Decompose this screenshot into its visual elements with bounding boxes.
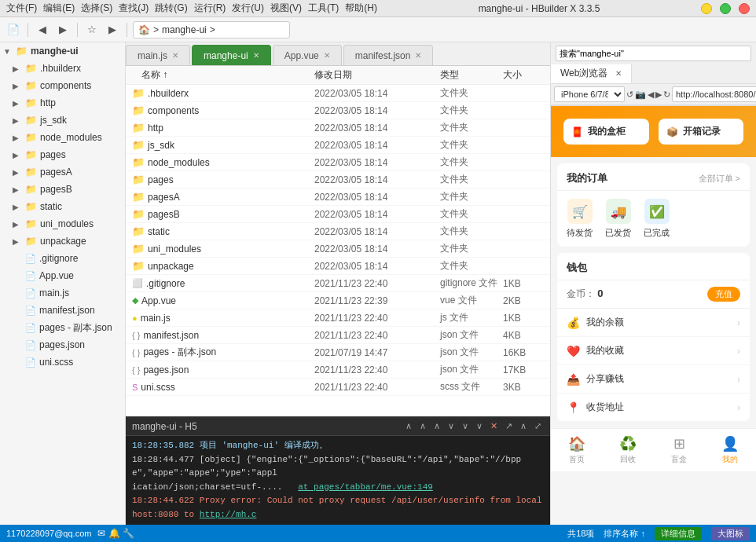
console-up2-btn[interactable]: ∧ — [417, 421, 428, 431]
window-controls[interactable] — [701, 3, 750, 14]
orders-link[interactable]: 全部订单 > — [699, 173, 740, 185]
sidebar-item-uniscss[interactable]: ▶ 📄 uni.scss — [0, 353, 125, 371]
console-up3-btn[interactable]: ∧ — [431, 421, 442, 431]
breadcrumb-project[interactable]: manghe-ui — [162, 24, 207, 35]
tab-close-icon[interactable]: ✕ — [324, 51, 330, 60]
console-down-btn[interactable]: ∨ — [446, 421, 457, 431]
file-row[interactable]: 📁pages 2022/03/05 18:14 文件夹 — [126, 171, 550, 189]
order-shipped[interactable]: 🚚 已发货 — [605, 199, 631, 239]
wallet-menu-address[interactable]: 📍 收货地址 › — [557, 394, 750, 422]
file-row[interactable]: { }pages - 副本.json 2021/07/19 14:47 json… — [126, 344, 550, 361]
col-header-date[interactable]: 修改日期 — [314, 68, 440, 82]
tab-close-icon[interactable]: ✕ — [253, 51, 259, 60]
console-up-btn[interactable]: ∧ — [403, 421, 414, 431]
sidebar-item-components[interactable]: ▶ 📁 components — [0, 77, 125, 94]
browser-search-input[interactable] — [556, 46, 751, 61]
sidebar-item-pagesjson[interactable]: ▶ 📄 pages.json — [0, 336, 125, 353]
order-waiting[interactable]: 🛒 待发货 — [567, 199, 593, 239]
sidebar-item-pagesb[interactable]: ▶ 📁 pagesB — [0, 181, 125, 198]
console-down3-btn[interactable]: ∨ — [474, 421, 485, 431]
console-export-btn[interactable]: ↗ — [503, 421, 515, 431]
file-row[interactable]: 📁http 2022/03/05 18:14 文件夹 — [126, 119, 550, 137]
menu-view[interactable]: 视图(V) — [270, 2, 302, 15]
sidebar-item-node-modules[interactable]: ▶ 📁 node_modules — [0, 129, 125, 146]
tab-appvue[interactable]: App.vue ✕ — [273, 45, 342, 65]
console-resize-btn[interactable]: ⤢ — [532, 421, 544, 431]
file-row[interactable]: 📁pagesB 2022/03/05 18:14 文件夹 — [126, 206, 550, 223]
menu-find[interactable]: 查找(J) — [119, 2, 149, 15]
tab-close-icon[interactable]: ✕ — [415, 51, 421, 60]
tab-mainjs[interactable]: main.js ✕ — [126, 45, 190, 65]
browser-back-icon[interactable]: ◀ — [648, 87, 654, 101]
sidebar-item-mainjs[interactable]: ▶ 📄 main.js — [0, 284, 125, 302]
browser-device-select[interactable]: iPhone 6/7/8 iPhone X iPad — [554, 86, 625, 102]
console-link[interactable]: at pages/tabbar/me.vue:149 — [298, 482, 433, 492]
menu-run[interactable]: 运行(R) — [194, 2, 226, 15]
browser-forward-icon[interactable]: ▶ — [655, 87, 662, 101]
minimize-button[interactable] — [701, 3, 712, 14]
maximize-button[interactable] — [720, 3, 731, 14]
back-button[interactable]: ◀ — [34, 21, 51, 38]
browser-reload-icon[interactable]: ↻ — [663, 87, 670, 101]
order-done[interactable]: ✅ 已完成 — [644, 199, 670, 239]
sidebar-item-appvue[interactable]: ▶ 📄 App.vue — [0, 267, 125, 284]
sidebar-item-pages-copy[interactable]: ▶ 📄 pages - 副本.json — [0, 319, 125, 336]
console-down2-btn[interactable]: ∨ — [460, 421, 471, 431]
new-file-button[interactable]: 📄 — [5, 21, 22, 38]
sidebar-item-http[interactable]: ▶ 📁 http — [0, 94, 125, 112]
tab-manifest[interactable]: manifest.json ✕ — [343, 45, 434, 65]
status-icon-view-button[interactable]: 大图标 — [711, 527, 750, 540]
menu-publish[interactable]: 发行(U) — [232, 2, 264, 15]
file-row[interactable]: ●main.js 2021/11/23 22:40 js 文件 1KB — [126, 309, 550, 327]
menu-select[interactable]: 选择(S) — [81, 2, 112, 15]
sidebar-item-static[interactable]: ▶ 📁 static — [0, 198, 125, 215]
app-header-card1[interactable]: 🧧 我的盒柜 — [563, 119, 649, 145]
sidebar-item-hbuilderx[interactable]: ▶ 📁 .hbuilderx — [0, 60, 125, 77]
file-row[interactable]: Suni.scss 2021/11/23 22:40 scss 文件 3KB — [126, 379, 550, 396]
proxy-error-link[interactable]: http://mh.com. — [132, 510, 256, 525]
menu-jump[interactable]: 跳转(G) — [155, 2, 187, 15]
forward-button[interactable]: ▶ — [54, 21, 72, 38]
sidebar-item-pagesa[interactable]: ▶ 📁 pagesA — [0, 163, 125, 181]
breadcrumb[interactable]: 🏠 > manghe-ui > — [133, 21, 290, 38]
file-row[interactable]: ◆App.vue 2021/11/23 22:39 vue 文件 2KB — [126, 292, 550, 309]
file-row[interactable]: 📁unpackage 2022/03/05 18:14 文件夹 — [126, 258, 550, 275]
file-row[interactable]: 📁js_sdk 2022/03/05 18:14 文件夹 — [126, 137, 550, 154]
file-row[interactable]: 📁components 2022/03/05 18:14 文件夹 — [126, 102, 550, 119]
file-row[interactable]: ⬜.gitignore 2021/11/23 22:40 gitignore 文… — [126, 275, 550, 292]
bookmark-button[interactable]: ☆ — [83, 21, 101, 38]
file-row[interactable]: 📁node_modules 2022/03/05 18:14 文件夹 — [126, 154, 550, 171]
app-header-card2[interactable]: 📦 开箱记录 — [659, 119, 744, 145]
menu-bar[interactable]: 文件(F) 编辑(E) 选择(S) 查找(J) 跳转(G) 运行(R) 发行(U… — [6, 2, 377, 15]
sidebar-item-unpackage[interactable]: ▶ 📁 unpackage — [0, 233, 125, 250]
menu-file[interactable]: 文件(F) — [6, 2, 37, 15]
file-row[interactable]: 📁uni_modules 2022/03/05 18:14 文件夹 — [126, 240, 550, 258]
browser-url-input[interactable] — [672, 86, 756, 102]
wallet-topup-button[interactable]: 充值 — [707, 287, 740, 302]
file-row[interactable]: { }manifest.json 2021/11/23 22:40 json 文… — [126, 327, 550, 344]
nav-blindbox[interactable]: ⊞ 盲盒 — [654, 432, 705, 468]
run-button[interactable]: ▶ — [104, 21, 121, 38]
console-up4-btn[interactable]: ∧ — [518, 421, 529, 431]
status-detail-button[interactable]: 详细信息 — [655, 527, 702, 540]
sidebar-item-manifest[interactable]: ▶ 📄 manifest.json — [0, 302, 125, 319]
sidebar-item-uni-modules[interactable]: ▶ 📁 uni_modules — [0, 215, 125, 233]
console-clear-btn[interactable]: ✕ — [488, 421, 500, 431]
tab-close-icon[interactable]: ✕ — [172, 51, 178, 60]
sidebar-item-root[interactable]: ▼ 📁 manghe-ui — [0, 42, 125, 60]
col-header-name[interactable]: 名称 ↑ — [126, 68, 314, 82]
nav-recycle[interactable]: ♻️ 回收 — [602, 432, 653, 468]
breadcrumb-home[interactable]: 🏠 — [138, 24, 150, 35]
menu-tools[interactable]: 工具(T) — [308, 2, 339, 15]
browser-screenshot-icon[interactable]: 📷 — [635, 87, 646, 101]
file-row[interactable]: 📁.hbuilderx 2022/03/05 18:14 文件夹 — [126, 85, 550, 102]
wallet-menu-share[interactable]: 📤 分享赚钱 › — [557, 365, 750, 394]
file-row[interactable]: { }pages.json 2021/11/23 22:40 json 文件 1… — [126, 361, 550, 379]
sidebar-item-jssdk[interactable]: ▶ 📁 js_sdk — [0, 112, 125, 129]
browser-refresh-icon[interactable]: ↺ — [626, 87, 633, 101]
menu-edit[interactable]: 编辑(E) — [43, 2, 75, 15]
wallet-menu-balance[interactable]: 💰 我的余额 › — [557, 309, 750, 337]
browser-tab-close-icon[interactable]: ✕ — [615, 69, 622, 78]
file-row[interactable]: 📁static 2022/03/05 18:14 文件夹 — [126, 223, 550, 240]
tab-mangheui[interactable]: manghe-ui ✕ — [192, 45, 271, 65]
